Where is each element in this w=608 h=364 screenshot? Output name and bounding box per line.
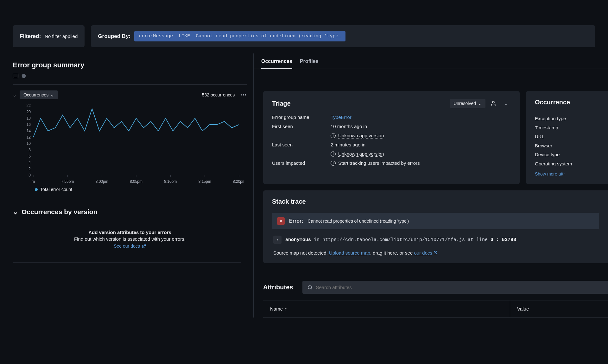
chart-count: 532 occurrences [202,92,235,97]
divider [13,84,247,85]
external-link-icon [142,244,146,248]
by-version-strong: Add version attributes to your errors [13,230,247,235]
tab-occurrences[interactable]: Occurrences [261,59,292,69]
chevron-down-icon: ⌄ [50,92,54,97]
occurrences-chart: 0246810121416182022m7:55pm8:00pm8:05pm8:… [13,102,244,197]
svg-text:8:15pm: 8:15pm [199,179,211,184]
svg-text:12: 12 [27,135,31,139]
filter-pill[interactable]: Filtered: No filter applied [13,25,85,47]
status-select[interactable]: Unresolved ⌄ [450,99,485,108]
svg-point-27 [492,101,494,103]
triage-title: Triage [272,100,291,107]
info-icon[interactable]: i [331,133,336,138]
chevron-down-icon: ⌄ [478,101,482,106]
svg-text:4: 4 [28,160,31,165]
error-label: Error: [289,218,303,224]
legend-dot-icon [35,188,38,191]
sourcemap-docs-link[interactable]: our docs [414,250,432,256]
by-version-title: Occurrences by version [22,208,97,216]
frame-function: anonymous [285,237,311,243]
svg-line-26 [143,244,145,246]
more-icon[interactable]: ••• [240,92,247,97]
by-version-toggle[interactable]: ⌄ Occurrences by version [13,208,247,216]
stack-trace-panel: Stack trace Error: Cannot read propertie… [263,190,608,263]
triage-first-version[interactable]: Unknown app version [338,133,384,138]
browser-icon [13,74,18,78]
group-value: Cannot read properties of undefined (rea… [196,34,341,39]
external-link-icon [434,250,438,255]
group-label: Grouped By: [98,33,130,40]
summary-title: Error group summary [13,61,253,69]
svg-text:8:20pm: 8:20pm [233,179,244,184]
error-icon [277,217,285,225]
svg-text:0: 0 [28,173,31,177]
svg-text:8:00pm: 8:00pm [96,179,108,184]
by-version-docs-link[interactable]: See our docs [114,244,146,249]
svg-line-30 [435,251,437,253]
attr-col-name[interactable]: Name ↑ [263,300,510,317]
svg-text:22: 22 [27,103,31,108]
triage-last-value: 2 minutes ago in [331,142,511,147]
chevron-down-icon: ⌄ [13,208,18,216]
legend-label: Total error count [40,187,72,192]
hex-icon [22,74,26,78]
chart-metric-chip[interactable]: Occurrences ⌄ [20,90,58,99]
show-more-link[interactable]: Show more attr [535,171,600,176]
expand-frame-button[interactable]: › [273,236,282,244]
assign-user-button[interactable] [489,99,498,108]
sourcemap-hint: Source map not detected. Upload source m… [273,250,599,256]
svg-text:18: 18 [27,116,31,120]
triage-first-value: 10 months ago in [331,124,511,129]
attributes-search-input[interactable] [316,285,603,290]
by-version-sub: Find out which version is associated wit… [13,236,247,242]
frame-line-col: 3 : 52798 [491,237,516,243]
svg-text:m: m [32,179,35,184]
svg-text:6: 6 [28,154,31,158]
divider [13,262,241,263]
occ-attr: Device type [535,150,600,159]
triage-panel: Triage Unresolved ⌄ ⌄ Error group name [263,91,520,184]
stack-frame: › anonymous in https://cdn.taboola.com/l… [273,236,599,244]
filter-value: No filter applied [45,34,78,39]
detail-tabs: Occurrences Profiles [254,53,608,69]
occ-attr: Browser [535,141,600,151]
triage-first-key: First seen [272,124,331,129]
attributes-table-header: Name ↑ Value [263,300,608,318]
search-icon [307,285,313,290]
svg-line-32 [311,288,312,289]
occurrence-attrs: Exception type Timestamp URL Browser Dev… [535,114,600,168]
occurrence-title: Occurrence [535,99,600,106]
svg-text:16: 16 [27,122,31,127]
triage-more-dropdown[interactable]: ⌄ [501,99,511,108]
svg-point-31 [308,286,312,289]
tab-profiles[interactable]: Profiles [300,59,319,69]
chevron-down-icon[interactable]: ⌄ [13,92,16,97]
triage-last-key: Last seen [272,142,331,147]
triage-last-version[interactable]: Unknown app version [338,151,384,157]
occ-attr: URL [535,132,600,141]
sort-asc-icon: ↑ [285,306,287,312]
attributes-search[interactable] [302,281,608,294]
group-tag[interactable]: errorMessage LIKE Cannot read properties… [134,31,345,41]
svg-text:8:10pm: 8:10pm [164,179,177,184]
info-icon[interactable]: i [331,151,336,157]
group-pill[interactable]: Grouped By: errorMessage LIKE Cannot rea… [91,25,595,47]
info-icon[interactable]: i [331,161,336,166]
error-message: Cannot read properties of undefined (rea… [307,219,409,224]
upload-sourcemap-link[interactable]: Upload source map [329,250,370,256]
triage-name-key: Error group name [272,114,331,120]
attributes-title: Attributes [263,284,293,291]
attr-col-value[interactable]: Value [510,300,608,317]
triage-name-value[interactable]: TypeError [331,114,511,120]
occurrence-panel: Occurrence Exception type Timestamp URL … [526,91,608,184]
stack-error-row: Error: Cannot read properties of undefin… [272,213,599,229]
svg-text:8: 8 [28,148,31,152]
svg-text:20: 20 [27,110,31,114]
occ-attr: Timestamp [535,123,600,133]
group-op: LIKE [179,34,190,39]
summary-icons [13,74,253,78]
svg-text:7:55pm: 7:55pm [61,179,74,184]
group-field: errorMessage [139,34,173,39]
svg-text:8:05pm: 8:05pm [130,179,142,184]
frame-location-text: in https://cdn.taboola.com/libtrc/unip/1… [311,237,491,243]
